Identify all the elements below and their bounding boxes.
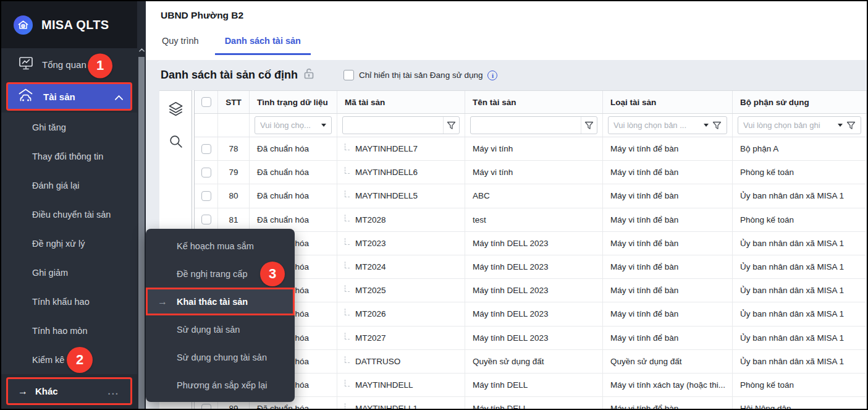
filter-cell-dept: Vui lòng chọn bản ghi (733, 114, 867, 137)
row-checkbox[interactable] (201, 215, 211, 224)
app-logo-icon (14, 15, 33, 35)
show-in-use-checkbox[interactable] (343, 70, 354, 80)
select-all-checkbox[interactable] (201, 97, 211, 107)
tree-indent-icon (345, 356, 350, 363)
status-filter-dropdown[interactable]: Vui lòng chọ... (255, 116, 332, 134)
tab-danh-sach-tai-san[interactable]: Danh sách tài sản (215, 32, 311, 55)
tree-indent-icon (345, 309, 350, 315)
table-row[interactable]: 88 Đã chuẩn hóa MAYTINHDELL Máy tính DEL… (195, 374, 867, 397)
col-header-status[interactable]: Tình trạng dữ liệu (250, 91, 337, 113)
table-row[interactable]: 85 Đã chuẩn hóa MT2026 Máy tính DELL 202… (195, 302, 867, 326)
row-checkbox[interactable] (201, 168, 211, 177)
table-row[interactable]: 87 Đã chuẩn hóa DATTRUSO Quyền sử dụng đ… (195, 350, 867, 374)
type-filter-placeholder: Vui lòng chọn bản ... (613, 121, 700, 130)
cell-type: Máy vi tính để bàn (603, 397, 733, 409)
table-row[interactable]: 79 Đã chuẩn hóa MAYTINHDELL6 Máy vi tính… (195, 161, 867, 184)
table-row[interactable]: 81 Đã chuẩn hóa MT2028 test Máy vi tính … (195, 208, 867, 232)
sidebar-item-tong-quan[interactable]: Tổng quan 1 (1, 48, 137, 80)
sidebar-item-tinh-khau-hao[interactable]: Tính khấu hao (1, 287, 137, 316)
info-icon[interactable]: i (487, 70, 497, 80)
tab-bar: Quy trình Danh sách tài sản (161, 32, 311, 55)
tree-indent-icon (345, 380, 350, 387)
scroll-up-icon[interactable] (137, 46, 146, 56)
col-header-name[interactable]: Tên tài sản (465, 91, 603, 113)
cell-type: Máy vi tính để bàn (603, 208, 733, 231)
row-checkbox[interactable] (201, 144, 211, 154)
search-icon[interactable] (168, 134, 183, 149)
more-dots-icon: ... (107, 386, 119, 396)
table-row[interactable]: 82 Đã chuẩn hóa MT2023 Máy tính DELL 202… (195, 232, 867, 255)
sidebar-scrollbar (137, 1, 146, 409)
cell-name: Máy tính DELL 2023 (465, 302, 603, 325)
sidebar-item-ghi-giam[interactable]: Ghi giảm (1, 258, 137, 287)
popup-item-label: Kế hoạch mua sắm (177, 241, 254, 251)
dept-filter-dropdown[interactable]: Vui lòng chọn bản ghi (738, 116, 861, 134)
popup-menu-item[interactable]: Phương án sắp xếp lại (146, 371, 295, 399)
cell-code: MT2023 (337, 232, 465, 255)
name-filter-input[interactable] (470, 116, 597, 134)
type-filter-dropdown[interactable]: Vui lòng chọn bản ... (608, 116, 727, 134)
sidebar-item-tai-san[interactable]: Tài sản (6, 82, 132, 111)
row-checkbox[interactable] (201, 191, 211, 201)
sidebar-item-label: Ghi tăng (32, 122, 66, 132)
popup-menu-item[interactable]: Đề nghị trang cấp 3 (146, 260, 295, 288)
col-header-type[interactable]: Loại tài sản (603, 91, 733, 113)
cell-code-text: MT2023 (355, 239, 386, 248)
filter-funnel-icon[interactable] (443, 117, 459, 134)
popup-menu-item[interactable]: → Khai thác tài sản (146, 288, 295, 315)
cell-code-text: MT2024 (355, 262, 386, 271)
sidebar-item-label: Điều chuyển tài sản (32, 210, 111, 220)
cell-code-text: MAYTINHDELL6 (355, 168, 418, 177)
popup-menu-item[interactable]: Sử dụng chung tài sản (146, 343, 295, 371)
scrollbar-thumb[interactable] (138, 57, 145, 409)
sidebar-item-tinh-hao-mon[interactable]: Tính hao mòn (1, 316, 137, 345)
popup-item-label: Sử dụng tài sản (177, 325, 240, 335)
sidebar-submenu: Ghi tăng Thay đổi thông tin Đánh giá lại… (1, 113, 137, 374)
table-row[interactable]: 78 Đã chuẩn hóa MAYTINHDELL7 Máy vi tính… (195, 137, 867, 161)
cell-dept: Ủy ban nhân dân xã MISA 1 (733, 279, 867, 302)
sidebar-item-label: Tổng quan (42, 59, 86, 70)
table-row[interactable]: 86 Đã chuẩn hóa MT2027 Máy tính DELL 202… (195, 327, 867, 350)
cell-code: MAYTINHDELL (337, 374, 465, 396)
unlock-icon[interactable] (304, 68, 314, 82)
step-badge-2: 2 (67, 347, 93, 373)
layers-icon[interactable] (167, 101, 184, 117)
cell-code: MAYTINHDELL1 (337, 397, 465, 409)
table-body: 78 Đã chuẩn hóa MAYTINHDELL7 Máy vi tính… (195, 137, 867, 409)
chevron-up-icon (115, 92, 123, 102)
col-header-stt[interactable]: STT (218, 91, 250, 113)
sidebar-item-label: Thay đổi thông tin (32, 152, 103, 161)
filter-funnel-icon[interactable] (846, 121, 856, 130)
sidebar-item-label: Tài sản (43, 92, 75, 102)
col-header-dept[interactable]: Bộ phận sử dụng (733, 91, 867, 113)
row-checkbox[interactable] (201, 404, 211, 409)
cell-name: Máy tính DELL 2023 (465, 327, 603, 349)
code-filter-input[interactable] (342, 116, 460, 134)
sidebar-item-dieu-chuyen-tai-san[interactable]: Điều chuyển tài sản (1, 200, 137, 229)
tab-quy-trinh[interactable]: Quy trình (161, 32, 200, 55)
cell-type: Máy vi tính để bàn (603, 184, 733, 207)
cell-dept: Phòng kế toán (733, 208, 867, 231)
sidebar-item-kiem-ke[interactable]: Kiểm kê 2 (1, 345, 137, 374)
sidebar-item-thay-doi-thong-tin[interactable]: Thay đổi thông tin (1, 142, 137, 171)
popup-item-label: Khai thác tài sản (177, 297, 248, 307)
sidebar-item-label: Ghi giảm (32, 268, 68, 278)
sidebar-item-de-nghi-xu-ly[interactable]: Đề nghị xử lý (1, 229, 137, 258)
filter-cell-checkbox (195, 114, 218, 137)
tree-indent-icon (345, 238, 350, 245)
sidebar-item-danh-gia-lai[interactable]: Đánh giá lại (1, 171, 137, 200)
table-row[interactable]: 84 Đã chuẩn hóa MT2025 Máy tính DELL 202… (195, 279, 867, 302)
popup-menu-item[interactable]: Sử dụng tài sản (146, 315, 295, 343)
popup-menu-item[interactable]: Kế hoạch mua sắm (146, 232, 295, 260)
col-header-code[interactable]: Mã tài sản (337, 91, 465, 113)
table-row[interactable]: 83 Đã chuẩn hóa MT2024 Máy tính DELL 202… (195, 255, 867, 279)
table-row[interactable]: 80 Đã chuẩn hóa MAYTINHDELL5 ABC Máy vi … (195, 184, 867, 208)
filter-funnel-icon[interactable] (581, 117, 597, 134)
cell-dept: Ủy ban nhân dân xã MISA 1 (733, 350, 867, 373)
cell-type: Máy vi tính để bàn (603, 161, 733, 184)
sidebar-item-khac[interactable]: → Khác ... (6, 377, 132, 405)
sidebar-item-ghi-tang[interactable]: Ghi tăng (1, 113, 137, 142)
tree-indent-icon (345, 333, 350, 340)
filter-funnel-icon[interactable] (712, 121, 722, 130)
table-row[interactable]: 89 Đã chuẩn hóa MAYTINHDELL1 Máy tính DE… (195, 397, 867, 409)
